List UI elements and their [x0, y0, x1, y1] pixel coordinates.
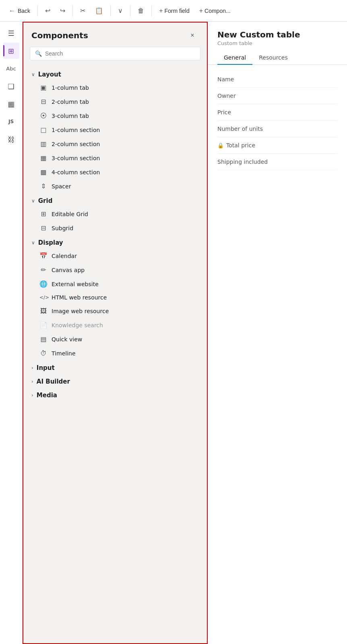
comp-spacer[interactable]: ⇕ Spacer — [27, 179, 204, 193]
display-chevron: ∨ — [31, 240, 35, 246]
image-resource-label: Image web resource — [52, 308, 109, 314]
toolbar-divider-4 — [130, 5, 130, 17]
field-row-total: 🔒 Total price — [217, 137, 337, 154]
comp-4column-section[interactable]: ▩ 4-column section — [27, 165, 204, 179]
search-container: 🔍 — [23, 47, 207, 67]
field-price-label: Price — [217, 109, 270, 116]
delete-icon: 🗑 — [138, 7, 144, 14]
canvas-app-label: Canvas app — [52, 267, 85, 273]
subgrid-icon: ⊟ — [39, 224, 48, 232]
plus-icon-1: + — [159, 7, 163, 14]
right-panel-title: New Custom table — [217, 30, 337, 39]
add-form-field-button[interactable]: + Form field — [155, 6, 194, 16]
toolbar-divider-2 — [72, 5, 73, 17]
timeline-label: Timeline — [52, 350, 76, 357]
comp-quick-view[interactable]: ▤ Quick view — [27, 332, 204, 346]
timeline-icon: ⏱ — [39, 349, 48, 357]
calendar-icon: 📅 — [39, 252, 48, 260]
input-chevron: › — [31, 365, 33, 371]
comp-1column-section[interactable]: □ 1-column section — [27, 123, 204, 137]
display-label: Display — [38, 239, 63, 246]
cut-icon: ✂ — [80, 7, 85, 14]
field-row-units: Number of units — [217, 121, 337, 137]
editable-grid-label: Editable Grid — [52, 211, 88, 217]
comp-3column-section[interactable]: ▦ 3-column section — [27, 151, 204, 165]
toolbar-divider-1 — [37, 5, 38, 17]
right-panel-content: Name Owner Price Number of units 🔒 Total… — [208, 65, 347, 644]
lock-icon: 🔒 — [217, 142, 224, 149]
back-icon: ← — [9, 7, 15, 14]
html-resource-label: HTML web resource — [52, 294, 107, 301]
comp-canvas-app[interactable]: ✏ Canvas app — [27, 263, 204, 277]
section-grid-header[interactable]: ∨ Grid — [27, 193, 204, 207]
sidebar-layers[interactable]: ❑ — [3, 78, 19, 94]
right-panel-subtitle: Custom table — [217, 40, 337, 46]
grid-chevron: ∨ — [31, 198, 35, 204]
sidebar-js[interactable]: JS — [3, 114, 19, 130]
sidebar-connect[interactable]: ⛓ — [3, 131, 19, 147]
toolbar-divider-3 — [110, 5, 111, 17]
comp-timeline[interactable]: ⏱ Timeline — [27, 346, 204, 360]
search-input[interactable] — [45, 50, 195, 57]
delete-button[interactable]: 🗑 — [134, 6, 148, 16]
1col-section-label: 1-column section — [52, 127, 100, 133]
main-layout: ☰ ⊞ Abc ❑ ▦ JS ⛓ Components × 🔍 — [0, 22, 347, 644]
aibuilder-label: AI Builder — [37, 378, 70, 385]
back-button[interactable]: ← Back — [5, 6, 34, 16]
comp-html-web-resource[interactable]: </> HTML web resource — [27, 291, 204, 304]
section-display-header[interactable]: ∨ Display — [27, 235, 204, 249]
right-panel: New Custom table Custom table General Re… — [208, 22, 347, 644]
section-input-header[interactable]: › Input — [27, 360, 204, 374]
text-icon: Abc — [6, 66, 16, 72]
undo-button[interactable]: ↩ — [41, 5, 54, 16]
search-icon: 🔍 — [35, 50, 42, 57]
comp-1column-tab[interactable]: ▣ 1-column tab — [27, 80, 204, 95]
section-aibuilder-header[interactable]: › AI Builder — [27, 374, 204, 388]
comp-external-website[interactable]: 🌐 External website — [27, 277, 204, 291]
sidebar-text[interactable]: Abc — [3, 60, 19, 76]
input-label: Input — [37, 364, 55, 372]
3col-section-label: 3-column section — [52, 155, 100, 161]
comp-2column-section[interactable]: ▥ 2-column section — [27, 137, 204, 151]
knowledge-search-icon: 📄 — [39, 321, 48, 329]
plus-icon-2: + — [199, 7, 203, 14]
tab-resources[interactable]: Resources — [252, 51, 294, 65]
cut-button[interactable]: ✂ — [76, 5, 89, 16]
redo-button[interactable]: ↪ — [56, 5, 69, 16]
comp-image-web-resource[interactable]: 🖼 Image web resource — [27, 304, 204, 318]
field-row-shipping: Shipping included — [217, 154, 337, 170]
2col-tab-icon: ⊟ — [39, 98, 48, 105]
panel-header: Components × — [23, 23, 207, 47]
comp-subgrid[interactable]: ⊟ Subgrid — [27, 221, 204, 235]
spacer-icon: ⇕ — [39, 182, 48, 190]
comp-3column-tab[interactable]: ⦿ 3-column tab — [27, 109, 204, 123]
aibuilder-chevron: › — [31, 379, 33, 384]
tab-general[interactable]: General — [217, 51, 252, 65]
panel-close-button[interactable]: × — [186, 29, 199, 42]
comp-calendar[interactable]: 📅 Calendar — [27, 249, 204, 263]
media-chevron: › — [31, 392, 33, 398]
knowledge-search-label: Knowledge search — [52, 322, 103, 328]
section-media-header[interactable]: › Media — [27, 388, 204, 401]
sidebar-table[interactable]: ▦ — [3, 96, 19, 112]
comp-2column-tab[interactable]: ⊟ 2-column tab — [27, 95, 204, 109]
toolbar: ← Back ↩ ↪ ✂ 📋 ∨ 🗑 + Form field + Compon… — [0, 0, 347, 22]
paste-button[interactable]: 📋 — [91, 5, 107, 16]
section-layout-header[interactable]: ∨ Layout — [27, 67, 204, 80]
field-name-label: Name — [217, 76, 270, 83]
left-sidebar: ☰ ⊞ Abc ❑ ▦ JS ⛓ — [0, 22, 23, 644]
1col-tab-icon: ▣ — [39, 84, 48, 91]
comp-editable-grid[interactable]: ⊞ Editable Grid — [27, 207, 204, 221]
sidebar-hamburger[interactable]: ☰ — [3, 25, 19, 41]
subgrid-label: Subgrid — [52, 225, 73, 231]
field-row-name: Name — [217, 71, 337, 88]
form-field-label: Form field — [164, 8, 189, 14]
sidebar-grid[interactable]: ⊞ — [3, 43, 19, 59]
connect-icon: ⛓ — [8, 135, 15, 144]
add-component-button[interactable]: + Compon... — [195, 6, 235, 16]
field-row-price: Price — [217, 104, 337, 121]
dropdown-button[interactable]: ∨ — [114, 5, 127, 16]
4col-section-icon: ▩ — [39, 168, 48, 176]
panel-title: Components — [31, 31, 88, 40]
image-resource-icon: 🖼 — [39, 307, 48, 315]
